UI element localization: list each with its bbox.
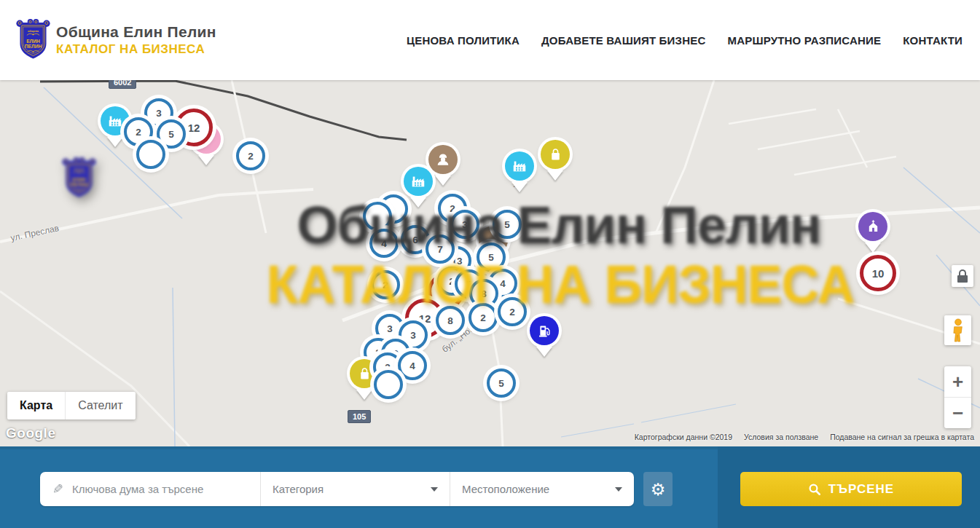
map-lock-button[interactable]: [952, 265, 973, 287]
municipality-crest-icon: община ЕЛИН ПЕЛИН: [62, 157, 96, 200]
zoom-out-button[interactable]: −: [944, 398, 971, 428]
factory-pin[interactable]: [505, 151, 534, 181]
nav-add-your-business[interactable]: ДОБАВЕТЕ ВАШИЯТ БИЗНЕС: [541, 34, 705, 47]
location-select-label: Местоположение: [462, 483, 549, 495]
cluster-count: 3: [387, 323, 393, 334]
keyword-search-input[interactable]: [72, 483, 260, 495]
bag-pin[interactable]: [541, 140, 570, 169]
cluster-marker[interactable]: [374, 370, 403, 399]
map-type-map-button[interactable]: Карта: [7, 392, 65, 419]
nav-route-schedule[interactable]: МАРШРУТНО РАЗПИСАНИЕ: [727, 34, 881, 47]
search-button[interactable]: ТЪРСЕНЕ: [740, 472, 962, 506]
cluster-count: 2: [136, 127, 141, 138]
cluster-count: 12: [188, 122, 200, 134]
cluster-count: 3: [410, 330, 416, 341]
chevron-down-icon: [615, 487, 622, 492]
crest-top-word: община: [28, 29, 39, 33]
site-subtitle: КАТАЛОГ НА БИЗНЕСА: [56, 42, 216, 57]
search-button-label: ТЪРСЕНЕ: [828, 482, 894, 497]
municipality-crest-icon: община ЕЛИН ПЕЛИН: [16, 18, 50, 62]
map-attribution: Картографски данни ©2019 Условия за полз…: [635, 433, 974, 441]
site-logo[interactable]: община ЕЛИН ПЕЛИН Община Елин Пелин КАТА…: [16, 18, 216, 62]
zoom-control: + −: [944, 366, 971, 428]
crest-top-word: община: [74, 168, 85, 171]
search-icon: [808, 483, 821, 496]
pegman-button[interactable]: [944, 315, 971, 345]
crest-name-line2: ПЕЛИН: [71, 182, 88, 187]
worker-pin[interactable]: [428, 145, 458, 174]
location-select[interactable]: Местоположение: [450, 472, 634, 506]
cluster-marker[interactable]: 10: [860, 255, 896, 291]
nav-contacts[interactable]: КОНТАКТИ: [903, 34, 963, 47]
google-map[interactable]: 3212522354613752274822128333834510 общин…: [0, 80, 980, 446]
lock-icon: [957, 269, 968, 283]
header: община ЕЛИН ПЕЛИН Община Елин Пелин КАТА…: [0, 0, 980, 80]
cluster-count: 4: [409, 360, 415, 371]
main-nav: ЦЕНОВА ПОЛИТИКА ДОБАВЕТЕ ВАШИЯТ БИЗНЕС М…: [407, 34, 963, 47]
cluster-count: 5: [498, 378, 504, 389]
attribution-report-error-link[interactable]: Подаване на сигнал за грешка в картата: [830, 433, 974, 441]
watermark-crest: община ЕЛИН ПЕЛИН: [62, 157, 230, 364]
category-select-label: Категория: [273, 483, 324, 495]
site-title: Община Елин Пелин: [56, 23, 216, 41]
attribution-copyright: Картографски данни ©2019: [635, 433, 732, 441]
pencil-icon: ✎: [52, 481, 63, 497]
nav-pricing-policy[interactable]: ЦЕНОВА ПОЛИТИКА: [407, 34, 520, 47]
category-select[interactable]: Категория: [260, 472, 450, 506]
google-logo[interactable]: Google: [6, 425, 55, 441]
cluster-count: 2: [248, 151, 254, 162]
search-fields: ✎ Категория Местоположение: [40, 472, 634, 506]
map-type-control: Карта Сателит: [7, 392, 136, 419]
church-pin[interactable]: [858, 212, 887, 241]
pegman-icon: [951, 318, 965, 342]
advanced-settings-button[interactable]: ⚙: [643, 472, 673, 506]
watermark-title: Община Елин Пелин: [297, 195, 821, 255]
cluster-count: 5: [168, 129, 174, 140]
chevron-down-icon: [431, 487, 438, 492]
crest-name-line1: ЕЛИН: [26, 39, 40, 44]
map-type-satellite-button[interactable]: Сателит: [65, 392, 135, 419]
cluster-marker[interactable]: 4: [398, 351, 427, 380]
cluster-count: 8: [447, 315, 453, 326]
factory-pin[interactable]: [404, 167, 433, 196]
zoom-in-button[interactable]: +: [944, 366, 971, 398]
search-bar: ✎ Категория Местоположение ⚙ ТЪРСЕНЕ: [0, 446, 980, 528]
cluster-count: 10: [872, 267, 885, 280]
cluster-count: 3: [156, 108, 162, 119]
fuel-pin[interactable]: [530, 316, 559, 345]
attribution-terms-link[interactable]: Условия за ползване: [744, 433, 818, 441]
crest-name-line2: ПЕЛИН: [25, 44, 42, 49]
cluster-marker[interactable]: 2: [236, 141, 265, 170]
watermark-subtitle: КАТАЛОГ НА БИЗНЕСА: [267, 253, 855, 315]
gear-icon: ⚙: [651, 480, 666, 499]
cluster-marker[interactable]: 5: [487, 369, 516, 398]
crest-name-line1: ЕЛИН: [72, 177, 86, 182]
